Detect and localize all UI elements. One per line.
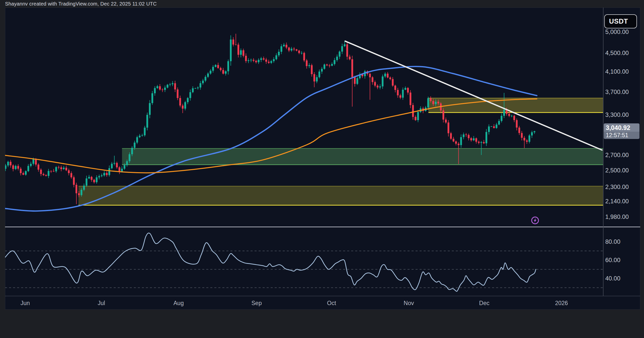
candle [516, 118, 518, 130]
candle [475, 137, 477, 143]
candle [326, 64, 328, 66]
resistance-zone [428, 98, 603, 112]
candle [463, 133, 464, 139]
candle [12, 164, 14, 171]
candle [493, 124, 495, 128]
candle [412, 103, 414, 120]
candle [220, 67, 222, 71]
candle [116, 162, 118, 169]
footer-bar: TradingView [0, 310, 644, 338]
candle [486, 129, 487, 146]
candle [260, 57, 262, 62]
candle [162, 88, 163, 92]
candle [513, 115, 515, 122]
candlestick-series[interactable] [5, 34, 535, 204]
candle [372, 76, 373, 85]
candle [329, 64, 330, 68]
candle [445, 118, 447, 124]
candle [415, 115, 416, 121]
candle [37, 163, 39, 172]
candle [496, 123, 497, 129]
candle [179, 95, 181, 107]
candle [106, 171, 108, 177]
candle [15, 165, 17, 170]
candle [199, 81, 201, 90]
candle [136, 136, 138, 144]
candle [382, 75, 383, 89]
candle [526, 139, 528, 144]
candle [511, 115, 513, 117]
candle [48, 169, 50, 178]
candle [187, 97, 189, 104]
candle [91, 176, 93, 182]
candle [156, 85, 158, 89]
candle [43, 173, 44, 176]
rsi-line [5, 233, 536, 291]
candle [258, 58, 260, 64]
candle [7, 161, 9, 167]
candle [265, 58, 267, 64]
candle [5, 164, 7, 171]
candle [58, 166, 60, 169]
candle [306, 59, 308, 69]
candle [172, 81, 173, 86]
candle [30, 162, 32, 168]
candle [270, 60, 272, 64]
candle [521, 131, 523, 140]
candle [321, 67, 323, 74]
candle [197, 86, 199, 90]
candle [240, 49, 242, 57]
candle [50, 170, 52, 173]
tradingview-snapshot: Shayannv created with TradingView.com, D… [0, 0, 644, 338]
candle [369, 73, 371, 100]
candle [392, 77, 394, 87]
candle [232, 37, 234, 46]
candle [278, 49, 280, 57]
candle [286, 42, 287, 49]
candle [202, 79, 204, 85]
candle [268, 60, 270, 64]
candle [184, 101, 186, 110]
candle [17, 164, 19, 170]
candle [470, 137, 472, 141]
candle [420, 106, 421, 113]
support-zone-green [122, 149, 603, 165]
candle [334, 58, 335, 65]
candle [453, 137, 454, 142]
candle [339, 51, 340, 59]
chart-canvas[interactable] [5, 8, 640, 310]
candle [182, 104, 184, 113]
candle [207, 72, 209, 78]
candle [349, 55, 351, 60]
lightning-icon[interactable] [532, 217, 539, 224]
candle [65, 166, 67, 171]
candle [225, 70, 227, 76]
candle [331, 62, 333, 66]
support-zone-yellow [78, 186, 603, 205]
candle [410, 90, 411, 108]
candle [280, 44, 282, 54]
candle [359, 72, 361, 79]
candle [531, 131, 533, 138]
candle [455, 140, 457, 146]
candle [217, 63, 219, 69]
candle [253, 58, 254, 62]
candle [483, 140, 485, 144]
candle [491, 126, 492, 127]
candle [60, 166, 62, 171]
candle [311, 64, 313, 77]
candle [164, 85, 166, 92]
candle [245, 53, 247, 63]
candle [465, 133, 467, 137]
candle [316, 75, 318, 83]
candle [524, 136, 525, 148]
candle [222, 68, 224, 75]
candle [450, 132, 452, 140]
candle [291, 47, 292, 52]
chart-drawing[interactable] [5, 8, 640, 310]
candle [189, 89, 191, 101]
candle [70, 171, 72, 179]
candle [488, 124, 490, 135]
candle [394, 85, 396, 92]
candle [534, 131, 535, 134]
